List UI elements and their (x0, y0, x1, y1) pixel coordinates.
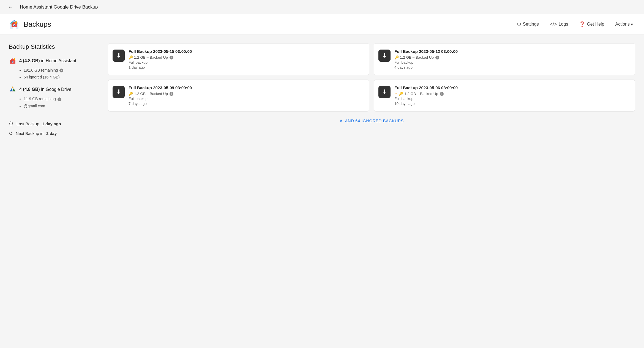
backup-card-icon-wrap: ⬇ (378, 86, 391, 98)
backup-card-content: Full Backup 2023-05-06 03:00:00 ⚠ 🔑 1.2 … (394, 85, 629, 106)
ha-remaining-item: 191.6 GB remaining i (24, 67, 97, 74)
backup-size: 1.2 GB – Backed Up (134, 55, 168, 59)
backup-card-meta: 🔑 1.2 GB – Backed Up i (394, 55, 629, 59)
backup-size: 1.2 GB – Backed Up (404, 92, 438, 96)
gd-count: 4 (4.8 GB) (19, 87, 40, 92)
download-icon: ⬇ (116, 88, 121, 96)
backup-card-meta: 🔑 1.2 GB – Backed Up i (129, 92, 364, 96)
gd-remaining-info-icon[interactable]: i (58, 97, 61, 101)
backup-card-icon-wrap: ⬇ (113, 50, 125, 62)
ha-stat-bullets: 191.6 GB remaining i 64 ignored (16.4 GB… (19, 67, 97, 81)
actions-label: Actions (615, 22, 630, 27)
backup-card-title: Full Backup 2023-05-15 03:00:00 (129, 49, 364, 54)
backup-type: Full backup (129, 97, 364, 101)
svg-point-12 (12, 61, 13, 62)
backup-cards-grid: ⬇ Full Backup 2023-05-15 03:00:00 🔑 1.2 … (108, 43, 635, 112)
app-title: Backups (24, 20, 51, 29)
backup-card-icon-wrap: ⬇ (113, 86, 125, 98)
logs-label: Logs (559, 22, 568, 27)
gd-stat-row: 4 (4.8 GB) in Google Drive (9, 86, 97, 93)
ha-stat-icon (9, 57, 17, 65)
code-icon: </> (550, 21, 557, 27)
backup-card-meta: ⚠ 🔑 1.2 GB – Backed Up i (394, 92, 629, 96)
left-panel: Backup Statistics 4 (4.8 GB) in Home Ass… (9, 43, 97, 338)
warning-icon: ⚠ (394, 92, 398, 96)
browser-bar: ← Home Assistant Google Drive Backup (0, 0, 644, 14)
last-backup-row: ⏱ Last Backup 1 day ago (9, 121, 97, 127)
backup-card[interactable]: ⬇ Full Backup 2023-05-06 03:00:00 ⚠ 🔑 1.… (374, 80, 635, 112)
ha-count: 4 (4.8 GB) (19, 58, 40, 63)
next-backup-label: Next Backup in (16, 131, 43, 136)
backup-card-meta: 🔑 1.2 GB – Backed Up i (129, 55, 364, 59)
ha-ignored-item: 64 ignored (16.4 GB) (24, 74, 97, 81)
backup-age: 1 day ago (129, 65, 364, 69)
download-icon: ⬇ (382, 52, 387, 59)
backup-card[interactable]: ⬇ Full Backup 2023-05-09 03:00:00 🔑 1.2 … (108, 80, 369, 112)
ha-remaining-info-icon[interactable]: i (59, 69, 63, 72)
download-icon: ⬇ (382, 88, 387, 96)
header-left: Backups (9, 19, 51, 30)
backup-card-content: Full Backup 2023-05-09 03:00:00 🔑 1.2 GB… (129, 85, 364, 106)
gear-icon: ⚙ (517, 21, 521, 27)
backup-type: Full backup (394, 60, 629, 64)
backup-card[interactable]: ⬇ Full Backup 2023-05-12 03:00:00 🔑 1.2 … (374, 43, 635, 75)
backup-age: 4 days ago (394, 65, 629, 69)
backup-info-icon[interactable]: i (440, 92, 444, 96)
backup-info-icon[interactable]: i (170, 56, 173, 59)
ha-count-text: 4 (4.8 GB) in Home Assistant (19, 58, 76, 63)
ha-logo-icon (9, 19, 20, 30)
last-backup-label: Last Backup (17, 121, 39, 126)
clock-icon: ⏱ (9, 121, 14, 127)
key-icon: 🔑 (399, 92, 403, 96)
ignored-backups-row[interactable]: ∨ AND 64 IGNORED BACKUPS (108, 118, 635, 123)
backup-type: Full backup (129, 60, 364, 64)
key-icon: 🔑 (394, 55, 399, 59)
app-header: Backups ⚙ Settings </> Logs ❓ Get Help A… (0, 14, 644, 34)
backup-card-content: Full Backup 2023-05-12 03:00:00 🔑 1.2 GB… (394, 49, 629, 69)
backup-age: 7 days ago (129, 102, 364, 106)
backup-card-content: Full Backup 2023-05-15 03:00:00 🔑 1.2 GB… (129, 49, 364, 69)
refresh-clock-icon: ↺ (9, 130, 13, 137)
stats-divider (9, 115, 97, 115)
right-panel: ⬇ Full Backup 2023-05-15 03:00:00 🔑 1.2 … (108, 43, 635, 338)
download-icon: ⬇ (116, 52, 121, 59)
help-label: Get Help (587, 22, 604, 27)
svg-point-7 (14, 25, 15, 26)
backup-info-icon[interactable]: i (170, 92, 173, 96)
help-icon: ❓ (579, 21, 585, 27)
stats-title: Backup Statistics (9, 43, 97, 50)
expand-chevron-icon: ∨ (339, 118, 343, 123)
backup-card-title: Full Backup 2023-05-06 03:00:00 (394, 85, 629, 90)
ha-stat-row: 4 (4.8 GB) in Home Assistant (9, 57, 97, 65)
logs-button[interactable]: </> Logs (548, 20, 571, 28)
gd-stat-bullets: 11.9 GB remaining i @gmail.com (19, 96, 97, 109)
header-right: ⚙ Settings </> Logs ❓ Get Help Actions ▾ (515, 20, 635, 28)
back-button[interactable]: ← (6, 3, 15, 11)
backup-size: 1.2 GB – Backed Up (134, 92, 168, 96)
backup-type: Full backup (394, 97, 629, 101)
help-button[interactable]: ❓ Get Help (577, 20, 606, 28)
settings-label: Settings (523, 22, 539, 27)
svg-marker-17 (12, 86, 14, 88)
gd-count-text: 4 (4.8 GB) in Google Drive (19, 87, 71, 92)
gd-email-item: @gmail.com (24, 103, 97, 110)
last-backup-value: 1 day ago (42, 121, 61, 126)
main-content: Backup Statistics 4 (4.8 GB) in Home Ass… (0, 34, 644, 347)
ignored-backups-label: AND 64 IGNORED BACKUPS (345, 118, 404, 123)
next-backup-value: 2 day (46, 131, 57, 136)
ha-stat-section: 4 (4.8 GB) in Home Assistant 191.6 GB re… (9, 57, 97, 81)
google-drive-icon (9, 86, 17, 93)
browser-page-title: Home Assistant Google Drive Backup (20, 4, 98, 10)
gd-remaining-item: 11.9 GB remaining i (24, 96, 97, 102)
settings-button[interactable]: ⚙ Settings (515, 20, 541, 28)
key-icon: 🔑 (129, 92, 133, 96)
actions-button[interactable]: Actions ▾ (613, 21, 635, 28)
gd-stat-section: 4 (4.8 GB) in Google Drive 11.9 GB remai… (9, 86, 97, 109)
backup-info-icon[interactable]: i (435, 56, 439, 59)
backup-card[interactable]: ⬇ Full Backup 2023-05-15 03:00:00 🔑 1.2 … (108, 43, 369, 75)
backup-card-title: Full Backup 2023-05-09 03:00:00 (129, 85, 364, 90)
backup-age: 10 days ago (394, 102, 629, 106)
next-backup-row: ↺ Next Backup in 2 day (9, 130, 97, 137)
backup-card-icon-wrap: ⬇ (378, 50, 391, 62)
backup-size: 1.2 GB – Backed Up (400, 55, 434, 59)
